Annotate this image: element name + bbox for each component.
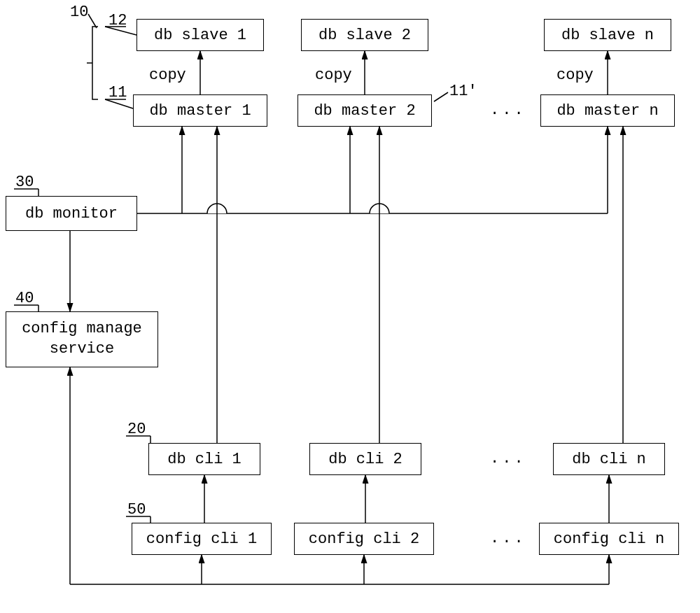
ref-11p: 11' bbox=[449, 83, 477, 100]
db-slave-2: db slave 2 bbox=[301, 19, 428, 51]
copy-label-2: copy bbox=[315, 66, 352, 84]
ref-40: 40 bbox=[15, 290, 34, 307]
svg-line-24 bbox=[434, 92, 448, 101]
ref-10: 10 bbox=[70, 3, 88, 21]
config-cli-1: config cli 1 bbox=[132, 523, 272, 555]
db-slave-1: db slave 1 bbox=[136, 19, 264, 51]
ref-20: 20 bbox=[127, 421, 146, 438]
config-cli-2: config cli 2 bbox=[294, 523, 434, 555]
config-cli-n: config cli n bbox=[539, 523, 679, 555]
ref-12: 12 bbox=[108, 12, 127, 29]
ref-30: 30 bbox=[15, 174, 34, 191]
db-cli-2: db cli 2 bbox=[309, 443, 421, 475]
copy-label-n: copy bbox=[556, 66, 594, 84]
db-cli-1: db cli 1 bbox=[148, 443, 260, 475]
dots-cli: ... bbox=[490, 450, 526, 467]
db-master-2: db master 2 bbox=[298, 94, 432, 127]
ref-50: 50 bbox=[127, 501, 146, 519]
db-slave-n: db slave n bbox=[544, 19, 671, 51]
ref-11: 11 bbox=[108, 84, 127, 101]
db-cli-n: db cli n bbox=[553, 443, 665, 475]
dots-masters: ... bbox=[490, 101, 526, 119]
dots-cfgcli: ... bbox=[490, 530, 526, 547]
svg-line-19 bbox=[88, 14, 97, 28]
db-monitor: db monitor bbox=[6, 196, 137, 231]
db-master-1: db master 1 bbox=[133, 94, 267, 127]
config-manage-service: config manage service bbox=[6, 311, 158, 367]
copy-label-1: copy bbox=[149, 66, 186, 84]
db-master-n: db master n bbox=[540, 94, 675, 127]
